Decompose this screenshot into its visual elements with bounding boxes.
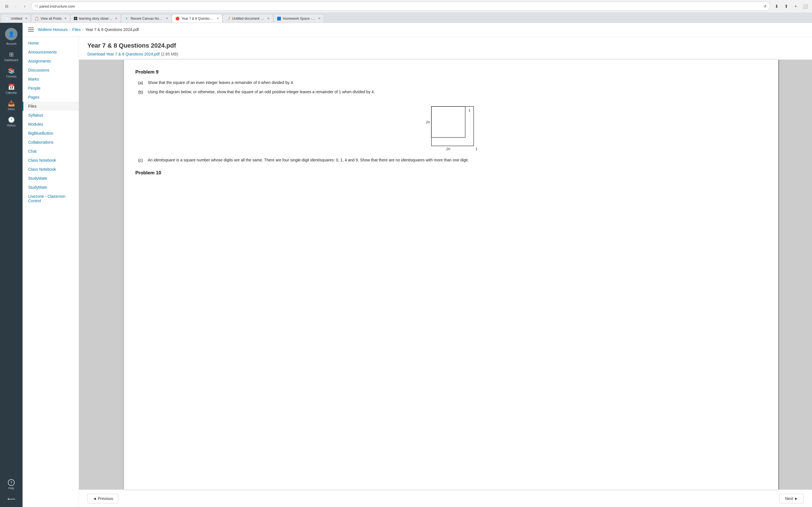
- inbox-icon: 📥: [8, 100, 15, 107]
- svg-text:2n: 2n: [426, 120, 430, 124]
- browser-tab-tab4[interactable]: 📧 Recent Canvas Notificati... ✕: [121, 14, 172, 22]
- top-bar: Wollemi Honours › Files › Year 7 & 8 Que…: [22, 23, 812, 36]
- sidebar-item-assignments[interactable]: Assignments: [22, 57, 79, 66]
- browser-chrome: ⊟ ‹ › 🛡 pared.instructure.com ↺ ⬇ ⬆ ＋ ⬜ …: [0, 0, 812, 23]
- tab-close-btn[interactable]: ✕: [64, 17, 66, 20]
- rail-label-inbox: Inbox: [8, 108, 15, 111]
- tab-close-btn[interactable]: ✕: [318, 17, 320, 20]
- part-a-text: Show that the square of an even integer …: [148, 80, 294, 86]
- sidebar-item-bigbluebutton[interactable]: BigBlueButton: [22, 129, 79, 138]
- pdf-page-main: Problem 9 (a) Show that the square of an…: [124, 60, 778, 490]
- pdf-file-size: (2.85 MB): [161, 52, 178, 56]
- hamburger-line: [28, 27, 34, 28]
- new-tab-btn[interactable]: ＋: [792, 2, 800, 10]
- pdf-header: Year 7 & 8 Questions 2024.pdf Download Y…: [79, 36, 812, 60]
- rail-item-history[interactable]: 🕐 History: [1, 114, 21, 129]
- tab-label: View all Posts: [41, 17, 61, 20]
- dashboard-icon: ⊞: [9, 51, 14, 58]
- tab-favicon: 🟦: [277, 17, 281, 20]
- svg-rect-0: [432, 107, 474, 146]
- problem9-part-c: (c) An identisquare is a square number w…: [135, 157, 767, 163]
- avatar: 👤: [5, 28, 17, 40]
- breadcrumb: Wollemi Honours › Files › Year 7 & 8 Que…: [38, 27, 139, 32]
- tab-favicon: 📄: [5, 17, 9, 20]
- app-layout: 👤 Account ⊞ Dashboard 📚 Courses 📅 Calend…: [0, 23, 812, 507]
- browser-tab-tab2[interactable]: 📋 View all Posts ✕: [31, 14, 70, 22]
- next-button[interactable]: Next ►: [779, 494, 804, 503]
- share-btn[interactable]: ⬆: [782, 2, 790, 10]
- tab-close-btn[interactable]: ✕: [115, 17, 117, 20]
- sidebar-toggle-btn[interactable]: ⊟: [3, 2, 11, 10]
- svg-text:1: 1: [468, 108, 470, 112]
- rail-label-help: Help: [8, 487, 14, 490]
- sidebar-item-modules[interactable]: Modules: [22, 120, 79, 129]
- browser-tab-tab5[interactable]: 🔴 Year 7 & 8 Questions 20... ✕: [172, 14, 222, 22]
- sidebar-item-announcements[interactable]: Announcements: [22, 48, 79, 57]
- pdf-pagination: ◄ Previous Next ►: [79, 490, 812, 507]
- tab-label: Untitled: [11, 17, 22, 20]
- sidebar-item-studymate[interactable]: StudyMate: [22, 183, 79, 192]
- url-text: pared.instructure.com: [40, 4, 762, 8]
- problem9-title: Problem 9: [135, 68, 767, 76]
- rail-item-courses[interactable]: 📚 Courses: [1, 65, 21, 80]
- rail-item-inbox[interactable]: 📥 Inbox: [1, 98, 21, 113]
- rail-item-account[interactable]: 👤 Account: [1, 25, 21, 48]
- pdf-download-link[interactable]: Download Year 7 & 8 Questions 2024.pdf: [87, 52, 160, 56]
- tab-favicon: 📝: [226, 17, 231, 20]
- tab-close-btn[interactable]: ✕: [25, 17, 28, 20]
- tabs-overview-btn[interactable]: ⬜: [801, 2, 809, 10]
- pdf-viewer-container: Problem 9 (a) Show that the square of an…: [79, 60, 812, 490]
- sidebar-item-pages[interactable]: Pages: [22, 93, 79, 102]
- browser-toolbar: ⊟ ‹ › 🛡 pared.instructure.com ↺ ⬇ ⬆ ＋ ⬜: [0, 0, 812, 12]
- browser-nav-buttons: ⊟ ‹ ›: [3, 2, 29, 10]
- courses-icon: 📚: [8, 67, 15, 74]
- browser-tab-tab6[interactable]: 📝 Untitled document - Goo... ✕: [222, 14, 273, 22]
- browser-tab-tab3[interactable]: 🅰 learning story observatio... ✕: [70, 14, 121, 22]
- download-btn[interactable]: ⬇: [772, 2, 780, 10]
- browser-tab-tab1[interactable]: 📄 Untitled ✕: [1, 14, 31, 22]
- tab-favicon: 🅰: [74, 17, 77, 20]
- browser-tab-tab7[interactable]: 🟦 Homework Space - Stud... ✕: [273, 14, 324, 22]
- tab-close-btn[interactable]: ✕: [166, 17, 168, 20]
- rail-item-collapse[interactable]: ⟵: [1, 493, 21, 504]
- sidebar-item-people[interactable]: People: [22, 83, 79, 93]
- sidebar-item-class-notebook[interactable]: Class Notebook: [22, 156, 79, 165]
- tab-close-btn[interactable]: ✕: [267, 17, 269, 20]
- breadcrumb-course-link[interactable]: Wollemi Honours: [38, 27, 68, 32]
- rail-item-dashboard[interactable]: ⊞ Dashboard: [1, 49, 21, 64]
- breadcrumb-files-link[interactable]: Files: [72, 27, 81, 32]
- tab-label: Year 7 & 8 Questions 20...: [181, 17, 214, 20]
- breadcrumb-current-file: Year 7 & 8 Questions 2024.pdf: [85, 27, 139, 32]
- rail-item-help[interactable]: ? Help: [1, 477, 21, 492]
- reload-icon[interactable]: ↺: [763, 4, 767, 8]
- back-btn[interactable]: ‹: [12, 2, 20, 10]
- tab-label: Recent Canvas Notificati...: [131, 17, 163, 20]
- pdf-content: Problem 9 (a) Show that the square of an…: [135, 68, 767, 177]
- tab-label: learning story observatio...: [79, 17, 112, 20]
- sidebar-item-marks[interactable]: Marks: [22, 75, 79, 83]
- sidebar-item-home[interactable]: Home: [22, 39, 79, 48]
- content-area: Wollemi Honours › Files › Year 7 & 8 Que…: [22, 23, 812, 507]
- tab-close-btn[interactable]: ✕: [216, 17, 219, 20]
- sidebar-item-livezone---classroon-control[interactable]: Livezone - Classroon Control: [22, 192, 79, 205]
- forward-btn[interactable]: ›: [21, 2, 29, 10]
- sidebar-item-files[interactable]: Files: [22, 102, 79, 111]
- tab-favicon: 🔴: [175, 17, 180, 20]
- rail-item-calendar[interactable]: 📅 Calendar: [1, 81, 21, 97]
- history-icon: 🕐: [8, 116, 15, 123]
- sidebar-item-collaborations[interactable]: Collaborations: [22, 138, 79, 147]
- part-a-label: (a): [138, 80, 145, 86]
- url-bar[interactable]: 🛡 pared.instructure.com ↺: [31, 2, 770, 11]
- sidebar-item-syllabus[interactable]: Syllabus: [22, 111, 79, 120]
- part-c-label: (c): [138, 157, 145, 163]
- sidebar-item-studymate[interactable]: StudyMate: [22, 174, 79, 183]
- sidebar-item-class-notebook[interactable]: Class Notebook: [22, 165, 79, 174]
- sidebar-item-chat[interactable]: Chat: [22, 147, 79, 156]
- sidebar-item-discussions[interactable]: Discussions: [22, 66, 79, 75]
- diagram-svg: 2n 2n 1 1: [420, 101, 482, 152]
- tab-label: Untitled document - Goo...: [232, 17, 264, 20]
- rail-label-calendar: Calendar: [6, 91, 17, 94]
- previous-button[interactable]: ◄ Previous: [87, 494, 118, 503]
- tab-favicon: 📋: [35, 17, 39, 20]
- hamburger-btn[interactable]: [27, 26, 35, 33]
